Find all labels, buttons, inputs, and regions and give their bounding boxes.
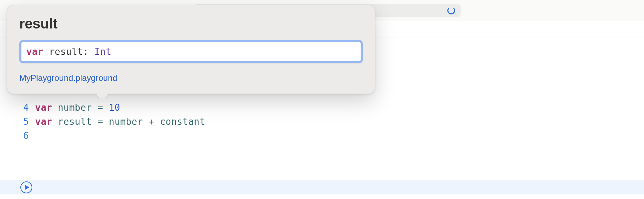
play-button[interactable] (20, 181, 32, 193)
code-line[interactable]: 4var number = 10 (0, 101, 644, 115)
declaration-box[interactable]: var result: Int (19, 40, 363, 63)
file-link[interactable]: MyPlayground.playground (19, 73, 363, 83)
declaration-keyword: var (26, 46, 43, 57)
play-icon (25, 185, 29, 190)
code-line[interactable]: 5var result = number + constant (0, 115, 644, 129)
code-content[interactable]: var number = 10 (35, 101, 120, 115)
popover-title: result (19, 16, 363, 32)
line-number: 5 (0, 115, 35, 129)
activity-spinner-icon (447, 7, 455, 14)
declaration-colon: : (83, 46, 89, 57)
declaration-name: result (49, 46, 83, 57)
popover-tail (97, 94, 107, 98)
quick-help-popover: result var result: Int MyPlayground.play… (7, 5, 375, 94)
execution-highlight-bar (0, 180, 644, 194)
line-number: 4 (0, 101, 35, 115)
code-line[interactable]: 6 (0, 129, 644, 143)
declaration-type: Int (94, 46, 111, 57)
code-content[interactable]: var result = number + constant (35, 115, 205, 129)
line-number: 6 (0, 129, 35, 143)
